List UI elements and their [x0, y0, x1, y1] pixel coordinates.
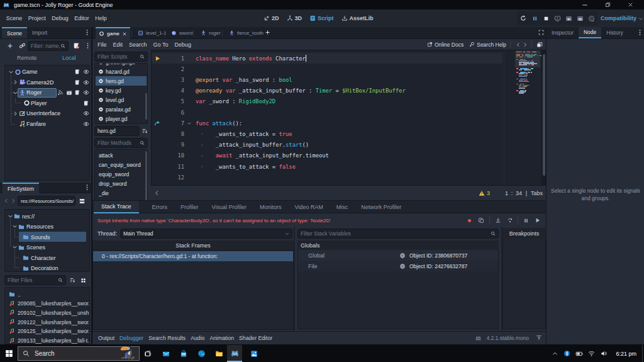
workspace-3d-button[interactable]: 3D	[283, 15, 306, 21]
sort-files-button[interactable]	[66, 277, 78, 283]
restore-button[interactable]	[597, 0, 618, 9]
sort-methods-button[interactable]	[141, 126, 148, 136]
scene-dock-menu-icon[interactable]	[84, 29, 91, 36]
scene-node-camera2d[interactable]: Camera2D	[6, 77, 89, 88]
eye-badge-icon[interactable]	[83, 110, 89, 116]
variable-row-file[interactable]: File Object ID: 24276632787	[298, 261, 498, 271]
fold-arrow-icon[interactable]	[187, 121, 192, 126]
step-into-button[interactable]	[492, 217, 504, 223]
script-item-level[interactable]: level.gd	[96, 95, 147, 105]
menu-scene[interactable]: Scene	[3, 15, 25, 21]
line-number[interactable]: 12	[163, 174, 184, 181]
collapse-sidebar-icon[interactable]	[151, 190, 162, 196]
folder-decoration[interactable]: Decoration	[6, 263, 89, 273]
bottom-tab-debugger[interactable]: Debugger	[119, 335, 143, 341]
menu-help[interactable]: Help	[92, 15, 110, 21]
local-button[interactable]: Local	[62, 55, 76, 61]
clock[interactable]: 6:21 pm	[616, 351, 636, 357]
play-scene-button[interactable]	[564, 15, 574, 22]
attach-script-button[interactable]	[69, 42, 84, 49]
store-app-icon[interactable]	[176, 345, 191, 362]
bottom-tab-output[interactable]: Output	[98, 335, 114, 341]
file-list-display-mode-button[interactable]	[78, 278, 89, 283]
scene-tab-sword[interactable]: sword	[166, 27, 197, 39]
mail-app-icon[interactable]	[158, 345, 174, 362]
file-item[interactable]: 209122__lukesharples__swor...	[6, 317, 89, 327]
step-over-button[interactable]	[504, 217, 516, 223]
bluetooth-icon[interactable]	[560, 350, 573, 357]
stack-frame-row[interactable]: 0 - res://Scripts/Character/hero.gd:1 - …	[93, 251, 293, 261]
explorer-app-icon[interactable]	[211, 345, 226, 362]
tab-node[interactable]: Node	[579, 27, 601, 38]
expand-bottom-panel-button[interactable]	[536, 335, 542, 341]
line-number[interactable]: 11	[163, 164, 184, 170]
bottom-tab-audio[interactable]: Audio	[191, 335, 204, 341]
bottom-tab-shader-editor[interactable]: Shader Editor	[239, 335, 272, 341]
split-mode-button[interactable]	[75, 198, 88, 205]
debugger-tab-errors[interactable]: Errors	[152, 204, 168, 210]
filesystem-menu-icon[interactable]	[84, 184, 91, 191]
script-list-scrollbar[interactable]	[145, 93, 147, 120]
line-number[interactable]: 2	[163, 66, 184, 72]
tree-down-chevron-icon[interactable]	[12, 223, 18, 229]
continue-button[interactable]	[531, 217, 544, 223]
tab-history[interactable]: History	[601, 27, 628, 38]
play-custom-scene-button[interactable]	[575, 15, 585, 22]
eye-badge-icon[interactable]	[83, 121, 89, 127]
remote-button[interactable]: Remote	[17, 55, 37, 61]
method-item-attack[interactable]: attack	[96, 150, 147, 160]
restart-game-button[interactable]	[518, 15, 528, 21]
file-item[interactable]: 209102__lukesharples__unsh...	[6, 308, 89, 317]
script-menu-goto[interactable]: Go To	[150, 42, 172, 48]
code-scrollbar[interactable]	[541, 50, 546, 186]
close-tab-icon[interactable]	[122, 31, 127, 37]
tab-inspector[interactable]: Inspector	[547, 27, 579, 38]
script-history-forward-button[interactable]	[521, 42, 528, 47]
tree-down-chevron-icon[interactable]	[13, 90, 18, 96]
scene-node-roger[interactable]: Roger	[6, 88, 89, 98]
file-item[interactable]: 209125__lukesharples__swor...	[6, 327, 89, 336]
scene-node-player[interactable]: Player	[6, 98, 89, 108]
close-button[interactable]	[619, 0, 641, 9]
photos-app-icon[interactable]	[247, 345, 262, 362]
debugger-tab-monitors[interactable]: Monitors	[260, 204, 282, 210]
bottom-tab-search-results[interactable]: Search Results	[148, 335, 186, 341]
instance-scene-button[interactable]	[17, 42, 28, 49]
scene-tab-roger[interactable]: roger	[196, 27, 226, 39]
script-menu-debug[interactable]: Debug	[171, 42, 194, 48]
script-item-hero[interactable]: hero.gd	[96, 76, 147, 86]
stop-game-button[interactable]	[541, 16, 551, 21]
indent-type[interactable]: Tabs	[531, 190, 543, 196]
tree-right-chevron-icon[interactable]	[13, 111, 18, 116]
pause-game-button[interactable]	[530, 16, 540, 21]
thread-select[interactable]: Main Thread	[120, 229, 292, 239]
script-badge-icon[interactable]	[83, 100, 89, 106]
line-number[interactable]: 4	[163, 88, 184, 94]
tree-down-chevron-icon[interactable]	[8, 69, 14, 75]
folder-sounds[interactable]: Sounds	[6, 232, 89, 242]
scene-node-game[interactable]: Game	[6, 67, 89, 77]
code-editor[interactable]: 1class_name Hero extends Character23@exp…	[151, 50, 546, 186]
debugger-tab-misc[interactable]: Misc	[336, 204, 348, 210]
filter-stack-variables-input[interactable]: Filter Stack Variables	[297, 229, 499, 239]
script-item-key[interactable]: key.gd	[96, 86, 147, 95]
line-number[interactable]: 7	[163, 120, 184, 127]
debugger-tab-video-ram[interactable]: Video RAM	[294, 204, 323, 210]
scene-node-userinterface[interactable]: UserInterface	[6, 108, 89, 118]
show-desktop-button[interactable]	[642, 345, 643, 362]
taskbar-search-box[interactable]: Search	[18, 346, 140, 361]
workspace-2d-button[interactable]: 2D	[260, 15, 283, 21]
script-badge-icon[interactable]	[74, 79, 80, 86]
line-number[interactable]: 10	[163, 152, 184, 159]
group-badge-icon[interactable]	[66, 89, 72, 96]
menu-project[interactable]: Project	[25, 15, 49, 21]
make-floating-button[interactable]	[535, 42, 543, 48]
remote-debug-button[interactable]	[552, 15, 562, 22]
connected-signal-icon[interactable]	[154, 120, 160, 127]
tree-down-chevron-icon[interactable]	[12, 244, 18, 250]
add-scene-tab-button[interactable]	[264, 30, 271, 35]
script-item-paralax[interactable]: paralax.gd	[96, 105, 147, 114]
nav-back-icon[interactable]	[3, 198, 9, 203]
script-badge-icon[interactable]	[74, 69, 80, 75]
edge-app-icon[interactable]	[194, 345, 209, 362]
